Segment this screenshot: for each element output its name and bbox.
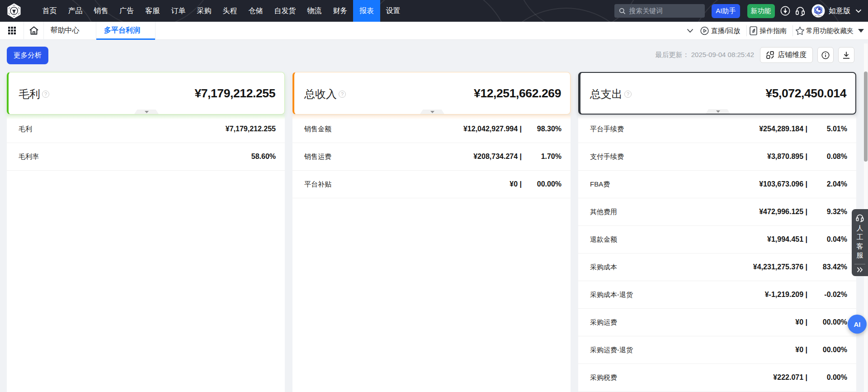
svg-text:ECCANG: ECCANG bbox=[815, 15, 822, 17]
